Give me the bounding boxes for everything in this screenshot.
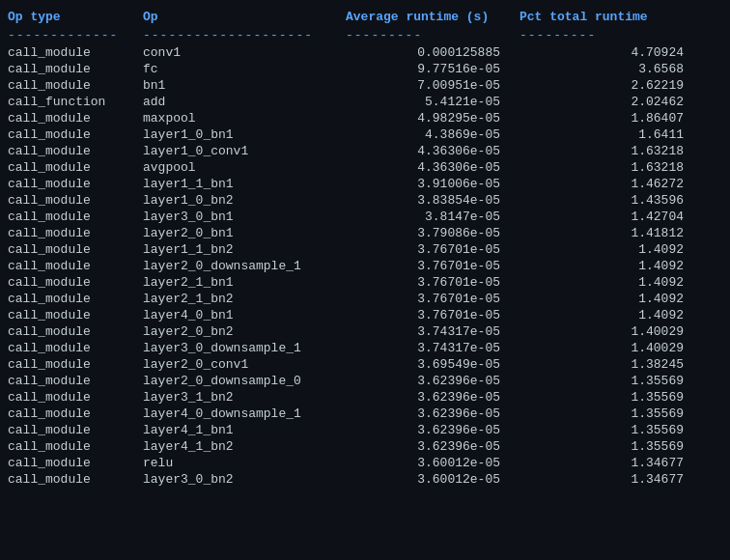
cell-pct: 1.86407 bbox=[519, 111, 693, 126]
cell-pct: 1.34677 bbox=[519, 472, 693, 487]
cell-avg: 4.36306e-05 bbox=[346, 144, 519, 158]
cell-pct: 1.41812 bbox=[519, 226, 693, 240]
table-row: call_modulelayer4_1_bn23.62396e-051.3556… bbox=[4, 438, 726, 455]
cell-avg: 3.76701e-05 bbox=[346, 308, 519, 322]
table-row: call_modulelayer1_1_bn13.91006e-051.4627… bbox=[4, 176, 726, 192]
cell-optype: call_function bbox=[8, 95, 143, 109]
divider-1: ------------- bbox=[8, 28, 143, 42]
table-row: call_modulelayer2_0_bn13.79086e-051.4181… bbox=[4, 225, 726, 241]
cell-avg: 3.76701e-05 bbox=[346, 275, 519, 290]
cell-avg: 9.77516e-05 bbox=[346, 62, 519, 76]
cell-op: layer4_0_bn1 bbox=[143, 308, 346, 322]
cell-avg: 5.4121e-05 bbox=[346, 95, 519, 109]
table-row: call_modulelayer2_0_bn23.74317e-051.4002… bbox=[4, 323, 726, 340]
cell-avg: 3.83854e-05 bbox=[346, 193, 519, 208]
cell-optype: call_module bbox=[8, 62, 143, 76]
cell-op: conv1 bbox=[143, 45, 346, 60]
cell-avg: 4.98295e-05 bbox=[346, 111, 519, 126]
cell-op: layer2_1_bn1 bbox=[143, 275, 346, 290]
cell-optype: call_module bbox=[8, 292, 143, 306]
cell-pct: 2.02462 bbox=[519, 95, 693, 109]
divider-2: -------------------- bbox=[143, 28, 346, 42]
cell-pct: 1.35569 bbox=[519, 374, 693, 388]
cell-op: layer3_0_downsample_1 bbox=[143, 341, 346, 355]
cell-optype: call_module bbox=[8, 423, 143, 437]
header-pct: Pct total runtime bbox=[519, 10, 693, 24]
cell-avg: 3.60012e-05 bbox=[346, 472, 519, 487]
cell-pct: 2.62219 bbox=[519, 78, 693, 93]
cell-op: layer2_0_bn1 bbox=[143, 226, 346, 240]
cell-avg: 3.62396e-05 bbox=[346, 423, 519, 437]
cell-pct: 1.38245 bbox=[519, 357, 693, 372]
cell-optype: call_module bbox=[8, 259, 143, 273]
cell-pct: 1.35569 bbox=[519, 423, 693, 437]
cell-op: layer1_0_bn1 bbox=[143, 127, 346, 142]
cell-avg: 3.76701e-05 bbox=[346, 292, 519, 306]
cell-avg: 3.60012e-05 bbox=[346, 456, 519, 470]
cell-avg: 0.000125885 bbox=[346, 45, 519, 60]
cell-op: layer2_1_bn2 bbox=[143, 292, 346, 306]
table-row: call_modulelayer2_0_downsample_13.76701e… bbox=[4, 258, 726, 274]
cell-op: layer4_0_downsample_1 bbox=[143, 406, 346, 421]
cell-optype: call_module bbox=[8, 45, 143, 60]
cell-pct: 1.4092 bbox=[519, 242, 693, 257]
cell-optype: call_module bbox=[8, 472, 143, 487]
cell-optype: call_module bbox=[8, 160, 143, 175]
cell-op: layer2_0_downsample_0 bbox=[143, 374, 346, 388]
cell-pct: 1.40029 bbox=[519, 341, 693, 355]
cell-avg: 3.79086e-05 bbox=[346, 226, 519, 240]
table-row: call_moduleavgpool4.36306e-051.63218 bbox=[4, 159, 726, 176]
cell-optype: call_module bbox=[8, 127, 143, 142]
cell-optype: call_module bbox=[8, 144, 143, 158]
cell-optype: call_module bbox=[8, 78, 143, 93]
cell-op: relu bbox=[143, 456, 346, 470]
cell-pct: 1.34677 bbox=[519, 456, 693, 470]
header-optype: Op type bbox=[8, 10, 143, 24]
table-row: call_modulelayer3_1_bn23.62396e-051.3556… bbox=[4, 389, 726, 406]
table-row: call_modulelayer1_0_bn14.3869e-051.6411 bbox=[4, 126, 726, 143]
cell-pct: 1.4092 bbox=[519, 308, 693, 322]
profiler-table: Op type Op Average runtime (s) Pct total… bbox=[0, 0, 730, 495]
table-row: call_modulemaxpool4.98295e-051.86407 bbox=[4, 110, 726, 126]
cell-optype: call_module bbox=[8, 406, 143, 421]
cell-avg: 3.62396e-05 bbox=[346, 406, 519, 421]
cell-op: layer2_0_conv1 bbox=[143, 357, 346, 372]
table-row: call_modulelayer2_0_conv13.69549e-051.38… bbox=[4, 356, 726, 373]
cell-optype: call_module bbox=[8, 210, 143, 224]
cell-avg: 4.3869e-05 bbox=[346, 127, 519, 142]
table-row: call_modulelayer4_0_bn13.76701e-051.4092 bbox=[4, 307, 726, 323]
table-row: call_modulelayer1_0_conv14.36306e-051.63… bbox=[4, 143, 726, 159]
cell-pct: 1.35569 bbox=[519, 439, 693, 454]
cell-pct: 1.35569 bbox=[519, 406, 693, 421]
cell-optype: call_module bbox=[8, 439, 143, 454]
cell-avg: 3.69549e-05 bbox=[346, 357, 519, 372]
cell-op: layer3_0_bn1 bbox=[143, 210, 346, 224]
table-row: call_modulelayer3_0_bn23.60012e-051.3467… bbox=[4, 471, 726, 488]
table-row: call_modulelayer2_0_downsample_03.62396e… bbox=[4, 373, 726, 389]
table-row: call_modulelayer3_0_downsample_13.74317e… bbox=[4, 340, 726, 356]
cell-optype: call_module bbox=[8, 357, 143, 372]
cell-optype: call_module bbox=[8, 324, 143, 339]
cell-pct: 1.4092 bbox=[519, 259, 693, 273]
cell-pct: 1.4092 bbox=[519, 292, 693, 306]
divider-3: --------- bbox=[346, 28, 519, 42]
table-row: call_modulerelu3.60012e-051.34677 bbox=[4, 455, 726, 471]
cell-op: layer2_0_bn2 bbox=[143, 324, 346, 339]
header-avg: Average runtime (s) bbox=[346, 10, 519, 24]
table-row: call_modulelayer1_1_bn23.76701e-051.4092 bbox=[4, 241, 726, 258]
cell-op: layer4_1_bn2 bbox=[143, 439, 346, 454]
cell-op: layer1_1_bn1 bbox=[143, 177, 346, 191]
cell-optype: call_module bbox=[8, 275, 143, 290]
cell-optype: call_module bbox=[8, 193, 143, 208]
cell-pct: 1.6411 bbox=[519, 127, 693, 142]
header-op: Op bbox=[143, 10, 346, 24]
cell-pct: 1.42704 bbox=[519, 210, 693, 224]
cell-avg: 3.74317e-05 bbox=[346, 341, 519, 355]
cell-optype: call_module bbox=[8, 226, 143, 240]
cell-op: maxpool bbox=[143, 111, 346, 126]
cell-op: avgpool bbox=[143, 160, 346, 175]
cell-optype: call_module bbox=[8, 456, 143, 470]
cell-pct: 1.63218 bbox=[519, 160, 693, 175]
table-row: call_modulelayer1_0_bn23.83854e-051.4359… bbox=[4, 192, 726, 209]
cell-optype: call_module bbox=[8, 374, 143, 388]
